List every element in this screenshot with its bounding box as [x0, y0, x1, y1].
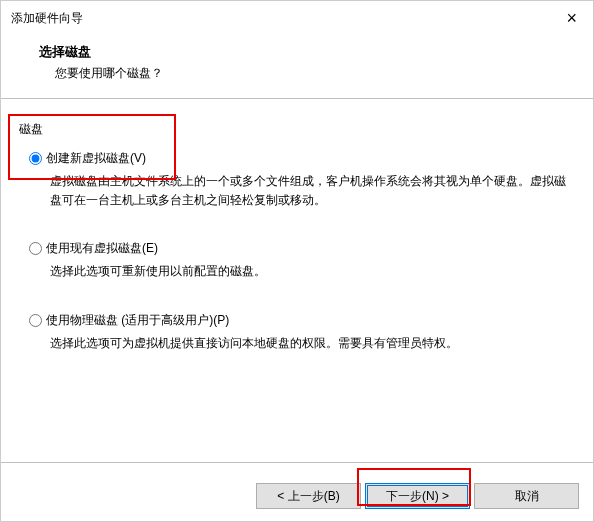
radio-use-existing-desc: 选择此选项可重新使用以前配置的磁盘。: [50, 262, 570, 281]
close-icon[interactable]: ×: [560, 8, 583, 29]
radio-physical-disk-label[interactable]: 使用物理磁盘 (适用于高级用户)(P): [46, 312, 229, 329]
cancel-button[interactable]: 取消: [474, 483, 579, 509]
titlebar: 添加硬件向导 ×: [1, 1, 593, 31]
radio-create-new-desc: 虚拟磁盘由主机文件系统上的一个或多个文件组成，客户机操作系统会将其视为单个硬盘。…: [50, 172, 570, 210]
radio-create-new-label[interactable]: 创建新虚拟磁盘(V): [46, 150, 146, 167]
next-button[interactable]: 下一步(N) >: [365, 483, 470, 509]
radio-use-existing-label[interactable]: 使用现有虚拟磁盘(E): [46, 240, 158, 257]
radio-physical-disk-desc: 选择此选项可为虚拟机提供直接访问本地硬盘的权限。需要具有管理员特权。: [50, 334, 570, 353]
disk-group-label: 磁盘: [19, 121, 575, 138]
page-title: 选择磁盘: [39, 43, 593, 61]
window-title: 添加硬件向导: [11, 10, 83, 27]
option-create-new: 创建新虚拟磁盘(V) 虚拟磁盘由主机文件系统上的一个或多个文件组成，客户机操作系…: [19, 150, 575, 210]
radio-use-existing[interactable]: [29, 242, 42, 255]
option-physical-disk: 使用物理磁盘 (适用于高级用户)(P) 选择此选项可为虚拟机提供直接访问本地硬盘…: [19, 312, 575, 353]
radio-physical-disk[interactable]: [29, 314, 42, 327]
radio-create-new[interactable]: [29, 152, 42, 165]
content-area: 磁盘 创建新虚拟磁盘(V) 虚拟磁盘由主机文件系统上的一个或多个文件组成，客户机…: [1, 98, 593, 463]
back-button[interactable]: < 上一步(B): [256, 483, 361, 509]
option-use-existing: 使用现有虚拟磁盘(E) 选择此选项可重新使用以前配置的磁盘。: [19, 240, 575, 281]
page-subtitle: 您要使用哪个磁盘？: [39, 65, 593, 82]
wizard-header: 选择磁盘 您要使用哪个磁盘？: [1, 31, 593, 98]
button-row: < 上一步(B) 下一步(N) > 取消: [256, 483, 579, 509]
